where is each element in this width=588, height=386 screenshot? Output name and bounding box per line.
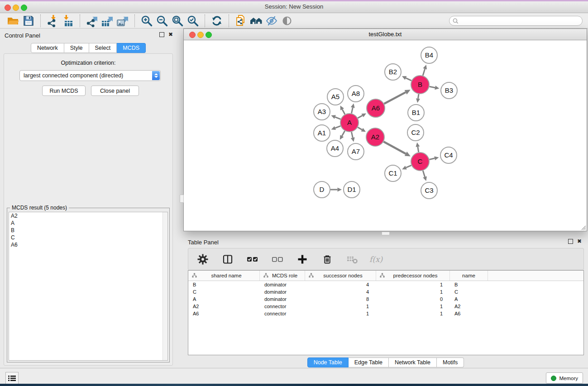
- result-item[interactable]: A6: [9, 241, 167, 248]
- table-cell[interactable]: 1: [305, 311, 376, 316]
- edge-A-A7[interactable]: [351, 132, 355, 142]
- export-network-icon[interactable]: [84, 14, 100, 28]
- edge-A-A3[interactable]: [331, 115, 340, 119]
- node-B[interactable]: B: [411, 76, 429, 94]
- node-C[interactable]: C: [411, 152, 429, 171]
- node-A6[interactable]: A6: [367, 99, 385, 117]
- edge-D-D1[interactable]: [330, 188, 342, 192]
- export-image-icon[interactable]: [115, 14, 130, 28]
- table-cell[interactable]: 0: [376, 296, 450, 302]
- trash-icon[interactable]: [320, 253, 335, 266]
- node-D1[interactable]: D1: [344, 181, 360, 198]
- tab-mcds[interactable]: MCDS: [117, 43, 146, 53]
- edge-A-A8[interactable]: [351, 103, 355, 113]
- table-cell[interactable]: A2: [450, 304, 488, 309]
- table-cell[interactable]: 8: [305, 296, 376, 302]
- table-cell[interactable]: B: [188, 282, 260, 287]
- table-cell[interactable]: 4: [305, 282, 376, 287]
- edge-A-A6[interactable]: [358, 114, 366, 118]
- edge-C-C3[interactable]: [423, 171, 427, 181]
- node-A4[interactable]: A4: [327, 140, 343, 157]
- float-table-panel-icon[interactable]: [568, 239, 573, 244]
- function-builder-icon[interactable]: f(x): [369, 255, 382, 264]
- table-cell[interactable]: C: [188, 289, 260, 295]
- run-mcds-button[interactable]: Run MCDS: [42, 86, 86, 96]
- table-cell[interactable]: dominator: [260, 296, 305, 302]
- table-cell[interactable]: A2: [188, 304, 260, 309]
- close-panel-icon[interactable]: ✖: [168, 32, 173, 37]
- tab-network[interactable]: Network: [31, 43, 64, 53]
- table-cell[interactable]: 1: [376, 311, 450, 316]
- gear-icon[interactable]: [195, 253, 210, 266]
- edge-A-A2[interactable]: [358, 127, 366, 132]
- table-cell[interactable]: B: [450, 282, 488, 287]
- table-cell[interactable]: connector: [260, 311, 305, 316]
- node-A8[interactable]: A8: [348, 86, 364, 102]
- table-cell[interactable]: C: [450, 289, 488, 295]
- import-table-icon[interactable]: [60, 14, 76, 28]
- column-header-MCDS-role[interactable]: MCDS role: [260, 271, 305, 281]
- network-canvas[interactable]: AA1A2A3A4A5A6A7A8BB1B2B3B4CC1C2C3C4DD1: [184, 40, 586, 230]
- save-floppy-icon[interactable]: [21, 14, 36, 28]
- node-B1[interactable]: B1: [408, 105, 424, 121]
- zoom-fit-icon[interactable]: [170, 14, 185, 28]
- edge-A6-B[interactable]: [384, 90, 411, 104]
- table-row[interactable]: A2connector11A2: [188, 303, 583, 310]
- table-cell[interactable]: 1: [376, 282, 450, 287]
- eye-slash-icon[interactable]: [264, 14, 279, 28]
- tab-network-table[interactable]: Network Table: [389, 357, 437, 367]
- table-cell[interactable]: 1: [376, 304, 450, 309]
- column-header-predecessor-nodes[interactable]: predecessor nodes: [376, 271, 450, 281]
- task-list-button[interactable]: [5, 372, 19, 384]
- node-A1[interactable]: A1: [314, 125, 330, 141]
- table-row[interactable]: Cdominator41C: [188, 288, 583, 295]
- edge-A-A1[interactable]: [331, 126, 341, 130]
- unchecked-boxes-icon[interactable]: [270, 253, 285, 266]
- node-A2[interactable]: A2: [366, 128, 384, 146]
- result-item[interactable]: C: [9, 234, 167, 241]
- vertical-splitter-handle[interactable]: [180, 195, 184, 203]
- export-table-icon[interactable]: [100, 14, 115, 28]
- network-window-titlebar[interactable]: testGlobe.txt: [184, 29, 587, 40]
- float-panel-icon[interactable]: [159, 32, 164, 37]
- column-header-shared-name[interactable]: shared name: [188, 271, 260, 281]
- checked-boxes-icon[interactable]: [245, 253, 260, 266]
- node-A3[interactable]: A3: [314, 104, 330, 120]
- table-cell[interactable]: 1: [376, 289, 450, 295]
- table-cell[interactable]: A: [450, 296, 488, 302]
- close-panel-button[interactable]: Close panel: [91, 86, 139, 96]
- refresh-icon[interactable]: [209, 14, 225, 28]
- table-delete-icon[interactable]: [344, 253, 360, 266]
- duplicate-network-icon[interactable]: [233, 14, 249, 28]
- table-cell[interactable]: A6: [450, 311, 488, 316]
- node-C2[interactable]: C2: [407, 124, 424, 141]
- column-header-successor-nodes[interactable]: successor nodes: [305, 271, 376, 281]
- search-input[interactable]: [449, 16, 583, 26]
- edge-B-B1[interactable]: [416, 94, 420, 103]
- open-folder-icon[interactable]: [5, 14, 21, 28]
- node-C4[interactable]: C4: [440, 147, 457, 163]
- node-B4[interactable]: B4: [421, 47, 437, 63]
- half-eye-icon[interactable]: [279, 14, 295, 28]
- table-cell[interactable]: 1: [305, 304, 376, 309]
- result-item[interactable]: A2: [9, 212, 167, 219]
- edge-A-A5[interactable]: [340, 105, 345, 114]
- table-cell[interactable]: A6: [188, 311, 260, 316]
- tab-style[interactable]: Style: [64, 43, 89, 53]
- plus-icon[interactable]: [295, 253, 310, 266]
- zoom-selected-icon[interactable]: [185, 14, 201, 28]
- node-A[interactable]: A: [340, 114, 359, 132]
- tab-motifs[interactable]: Motifs: [437, 357, 464, 367]
- edge-B-B3[interactable]: [430, 86, 440, 90]
- close-table-panel-icon[interactable]: ✖: [577, 238, 582, 244]
- edge-B-B2[interactable]: [402, 76, 411, 81]
- column-split-icon[interactable]: [220, 253, 235, 266]
- import-network-icon[interactable]: [45, 14, 60, 28]
- result-scrollbar[interactable]: [163, 212, 167, 360]
- node-A5[interactable]: A5: [327, 89, 344, 105]
- table-row[interactable]: Bdominator41B: [188, 281, 583, 288]
- table-row[interactable]: Adominator80A: [188, 295, 583, 303]
- edge-C-C4[interactable]: [429, 156, 439, 160]
- edge-B-B4[interactable]: [423, 65, 427, 76]
- tab-select[interactable]: Select: [89, 43, 117, 53]
